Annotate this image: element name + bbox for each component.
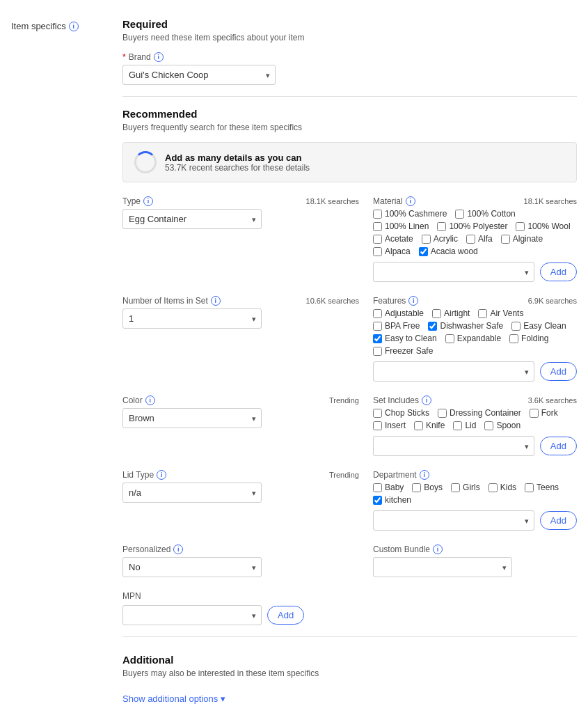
set-includes-checkboxes: Chop Sticks Dressing Container Fork Inse… — [373, 408, 577, 430]
checkbox-kids[interactable]: Kids — [488, 483, 516, 492]
checkbox-100-linen[interactable]: 100% Linen — [373, 221, 429, 231]
brand-label: Brand — [129, 52, 151, 62]
info-box: Add as many details as you can 53.7K rec… — [122, 142, 577, 182]
checkbox-boys[interactable]: Boys — [412, 483, 443, 492]
department-field: Department i Baby Boys Girls Kids Teens … — [373, 470, 577, 531]
set-includes-info-icon[interactable]: i — [422, 395, 431, 405]
custom-bundle-select-wrapper[interactable] — [373, 557, 512, 577]
checkbox-insert[interactable]: Insert — [373, 421, 406, 430]
checkbox-girls[interactable]: Girls — [451, 483, 480, 492]
personalized-label: Personalized — [122, 544, 170, 554]
number-items-select-wrapper[interactable]: 1 — [122, 308, 262, 329]
number-items-select[interactable]: 1 — [122, 308, 262, 329]
mpn-select[interactable] — [122, 605, 262, 625]
checkbox-airtight[interactable]: Airtight — [432, 308, 470, 318]
checkbox-dressing-container[interactable]: Dressing Container — [438, 408, 521, 418]
custom-bundle-label: Custom Bundle — [373, 544, 430, 554]
lid-type-select-wrapper[interactable]: n/a — [122, 483, 262, 503]
material-add-select-wrapper[interactable] — [373, 262, 534, 282]
material-search-count: 18.1K searches — [524, 197, 577, 205]
department-add-select[interactable] — [373, 510, 534, 531]
checkbox-alfa[interactable]: Alfa — [466, 234, 493, 244]
color-field: Color i Trending Brown — [122, 395, 359, 456]
type-info-icon[interactable]: i — [143, 196, 153, 206]
checkbox-fork[interactable]: Fork — [530, 408, 558, 418]
checkbox-folding[interactable]: Folding — [509, 334, 548, 343]
personalized-custombundle-row: Personalized i No Custom Bundle i — [122, 544, 577, 577]
set-includes-add-button[interactable]: Add — [540, 437, 577, 455]
checkbox-100-polyester[interactable]: 100% Polyester — [437, 221, 507, 231]
checkbox-alginate[interactable]: Alginate — [501, 234, 543, 244]
checkbox-acrylic[interactable]: Acrylic — [422, 234, 458, 244]
set-includes-add-select[interactable] — [373, 436, 534, 456]
brand-select[interactable]: Gui's Chicken Coop — [122, 65, 276, 85]
features-add-select[interactable] — [373, 361, 534, 382]
show-additional-options-link[interactable]: Show additional options ▾ — [122, 694, 225, 704]
department-label: Department — [373, 470, 417, 480]
material-info-icon[interactable]: i — [406, 196, 415, 206]
set-includes-field: Set Includes i 3.6K searches Chop Sticks… — [373, 395, 577, 456]
set-includes-add-select-wrapper[interactable] — [373, 436, 534, 456]
checkbox-bpa-free[interactable]: BPA Free — [373, 321, 420, 331]
number-items-search-count: 10.6K searches — [306, 297, 359, 305]
color-select[interactable]: Brown — [122, 408, 262, 428]
material-add-select[interactable] — [373, 262, 534, 282]
checkbox-expandable[interactable]: Expandable — [445, 334, 501, 343]
color-label: Color — [122, 395, 143, 405]
checkbox-kitchen[interactable]: kitchen — [373, 495, 411, 505]
lid-type-label: Lid Type — [122, 470, 154, 480]
material-label: Material — [373, 196, 403, 206]
color-info-icon[interactable]: i — [145, 395, 155, 405]
checkbox-air-vents[interactable]: Air Vents — [478, 308, 523, 318]
recommended-title: Recommended — [122, 108, 577, 120]
department-add-select-wrapper[interactable] — [373, 510, 534, 531]
lid-type-info-icon[interactable]: i — [157, 470, 166, 480]
personalized-select[interactable]: No — [122, 557, 262, 577]
personalized-select-wrapper[interactable]: No — [122, 557, 262, 577]
checkbox-alpaca[interactable]: Alpaca — [373, 246, 411, 256]
checkbox-100-cotton[interactable]: 100% Cotton — [455, 209, 515, 219]
checkbox-acacia-wood[interactable]: Acacia wood — [419, 246, 478, 256]
color-setincludes-row: Color i Trending Brown Set Includes i — [122, 395, 577, 456]
features-field: Features i 6.9K searches Adjustable Airt… — [373, 296, 577, 382]
checkbox-acetate[interactable]: Acetate — [373, 234, 413, 244]
checkbox-easy-clean[interactable]: Easy Clean — [511, 321, 566, 331]
mpn-add-button[interactable]: Add — [267, 606, 304, 625]
features-add-select-wrapper[interactable] — [373, 361, 534, 382]
checkbox-freezer-safe[interactable]: Freezer Safe — [373, 346, 433, 356]
department-info-icon[interactable]: i — [420, 470, 429, 480]
checkbox-spoon[interactable]: Spoon — [484, 421, 521, 430]
checkbox-100-wool[interactable]: 100% Wool — [516, 221, 570, 231]
sidebar-info-icon[interactable]: i — [69, 22, 79, 31]
lid-type-select[interactable]: n/a — [122, 483, 262, 503]
type-select-wrapper[interactable]: Egg Container — [122, 209, 262, 229]
checkbox-teens[interactable]: Teens — [525, 483, 559, 492]
features-add-row: Add — [373, 361, 577, 382]
set-includes-search-count: 3.6K searches — [528, 396, 577, 405]
checkbox-knife[interactable]: Knife — [414, 421, 445, 430]
lidtype-department-row: Lid Type i Trending n/a Department i — [122, 470, 577, 531]
custom-bundle-select[interactable] — [373, 557, 512, 577]
material-add-button[interactable]: Add — [540, 263, 577, 281]
checkbox-easy-to-clean[interactable]: Easy to Clean — [373, 334, 437, 343]
personalized-info-icon[interactable]: i — [173, 544, 183, 554]
checkbox-100-cashmere[interactable]: 100% Cashmere — [373, 209, 447, 219]
department-add-button[interactable]: Add — [540, 511, 577, 530]
set-includes-add-row: Add — [373, 436, 577, 456]
brand-select-wrapper[interactable]: Gui's Chicken Coop — [122, 65, 276, 85]
brand-info-icon[interactable]: i — [154, 52, 164, 62]
mpn-select-wrapper[interactable] — [122, 605, 262, 625]
checkbox-chop-sticks[interactable]: Chop Sticks — [373, 408, 429, 418]
features-add-button[interactable]: Add — [540, 362, 577, 381]
checkbox-adjustable[interactable]: Adjustable — [373, 308, 424, 318]
type-select[interactable]: Egg Container — [122, 209, 262, 229]
custom-bundle-info-icon[interactable]: i — [433, 544, 443, 554]
checkbox-baby[interactable]: Baby — [373, 483, 404, 492]
features-info-icon[interactable]: i — [408, 296, 418, 306]
number-items-info-icon[interactable]: i — [211, 296, 221, 306]
type-material-row: Type i 18.1K searches Egg Container Mate… — [122, 196, 577, 282]
checkbox-lid[interactable]: Lid — [453, 421, 476, 430]
required-desc: Buyers need these item specifics about y… — [122, 33, 577, 42]
checkbox-dishwasher-safe[interactable]: Dishwasher Safe — [428, 321, 503, 331]
color-select-wrapper[interactable]: Brown — [122, 408, 262, 428]
